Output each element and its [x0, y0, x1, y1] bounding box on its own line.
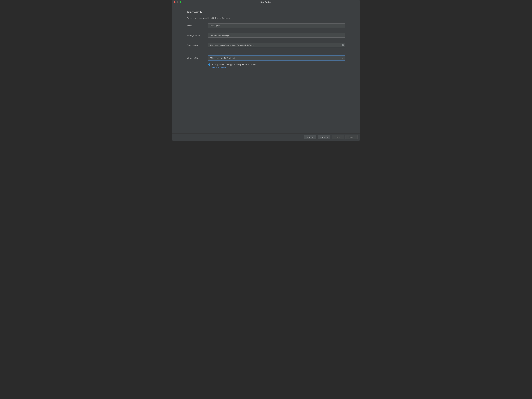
svg-rect-2 [209, 64, 209, 64]
cancel-button[interactable]: Cancel [304, 135, 317, 139]
row-sdk: Minimum SDK API 21: Android 5.0 (Lollipo… [187, 55, 345, 61]
location-input[interactable] [208, 43, 345, 47]
previous-button[interactable]: Previous [318, 135, 330, 139]
minimize-window-button[interactable] [177, 1, 178, 3]
dialog-footer: Cancel Previous Next Finish [172, 133, 360, 141]
next-button: Next [332, 135, 344, 139]
window-controls [172, 1, 182, 3]
page-heading: Empty Activity [187, 11, 345, 13]
titlebar: New Project [172, 0, 360, 4]
minimum-sdk-select[interactable]: API 21: Android 5.0 (Lollipop) [208, 55, 345, 61]
folder-icon [342, 44, 344, 46]
dialog-content: Empty Activity Create a new empty activi… [172, 4, 360, 133]
help-me-choose-link[interactable]: Help me choose [212, 66, 226, 69]
row-name: Name [187, 23, 345, 28]
info-icon [208, 63, 210, 66]
label-location: Save location [187, 44, 208, 46]
minimum-sdk-value: API 21: Android 5.0 (Lollipop) [210, 57, 235, 59]
sdk-info-pre: Your app will run on approximately [212, 63, 242, 65]
zoom-window-button[interactable] [180, 1, 182, 3]
row-location: Save location [187, 43, 345, 47]
browse-folder-button[interactable] [342, 44, 344, 46]
name-input[interactable] [208, 23, 345, 28]
finish-button: Finish [346, 135, 358, 139]
label-sdk: Minimum SDK [187, 57, 208, 59]
row-package: Package name [187, 33, 345, 38]
sdk-info-text: Your app will run on approximately 99.3%… [212, 63, 257, 69]
window-title: New Project [172, 1, 360, 3]
label-name: Name [187, 25, 208, 27]
sdk-info-post: of devices. [247, 63, 257, 65]
package-input[interactable] [208, 33, 345, 38]
close-window-button[interactable] [174, 1, 176, 3]
sdk-info: Your app will run on approximately 99.3%… [208, 63, 345, 69]
page-subtitle: Create a new empty activity with Jetpack… [187, 17, 345, 19]
new-project-window: New Project Empty Activity Create a new … [172, 0, 360, 141]
label-package: Package name [187, 34, 208, 37]
svg-rect-1 [209, 64, 209, 65]
form: Name Package name Save location [187, 23, 345, 69]
chevron-down-icon [342, 57, 343, 59]
sdk-info-percent: 99.3% [242, 63, 247, 65]
